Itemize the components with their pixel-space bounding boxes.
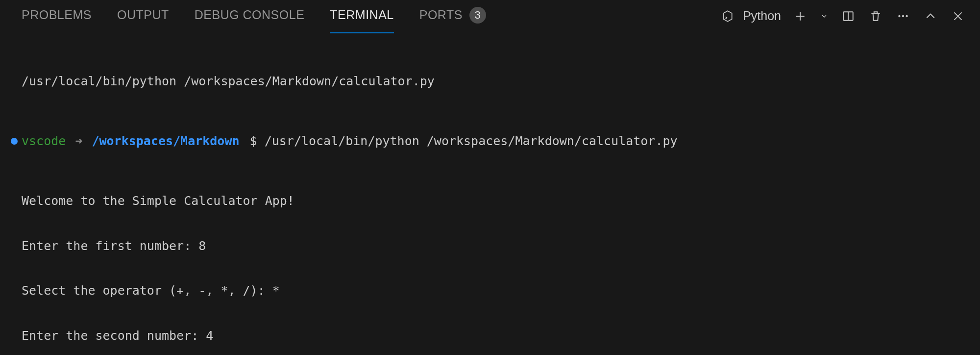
tab-debug-console[interactable]: DEBUG CONSOLE [195, 8, 305, 24]
prompt-command: /usr/local/bin/python /workspaces/Markdo… [265, 134, 678, 149]
launch-profile-button[interactable] [819, 8, 829, 25]
terminal-type-label: Python [743, 9, 781, 23]
svg-point-1 [898, 15, 900, 17]
tab-output-label: OUTPUT [117, 8, 169, 22]
new-terminal-button[interactable] [792, 8, 808, 25]
terminal-actions: Python [719, 8, 966, 25]
tab-debug-console-label: DEBUG CONSOLE [195, 8, 305, 22]
panel-tabs: PROBLEMS OUTPUT DEBUG CONSOLE TERMINAL P… [22, 7, 486, 25]
tab-problems[interactable]: PROBLEMS [22, 8, 92, 24]
prompt-arrow-icon: ➜ [66, 134, 92, 149]
close-panel-button[interactable] [950, 8, 966, 25]
terminal-output[interactable]: /usr/local/bin/python /workspaces/Markdo… [0, 32, 980, 355]
tab-ports-label: PORTS [419, 8, 463, 22]
terminal-line: Enter the second number: 4 [22, 329, 213, 344]
tab-terminal-label: TERMINAL [330, 8, 393, 22]
python-shell-icon [719, 8, 736, 25]
panel-header: PROBLEMS OUTPUT DEBUG CONSOLE TERMINAL P… [0, 0, 980, 32]
prompt-path: /workspaces/Markdown [92, 134, 239, 149]
kill-terminal-button[interactable] [867, 8, 884, 25]
tab-terminal[interactable]: TERMINAL [330, 8, 393, 24]
svg-point-3 [906, 15, 907, 17]
more-actions-button[interactable] [895, 8, 911, 25]
command-success-indicator-icon [11, 138, 18, 145]
split-terminal-button[interactable] [840, 8, 857, 25]
terminal-type[interactable]: Python [719, 8, 781, 25]
tab-ports[interactable]: PORTS 3 [419, 7, 486, 25]
terminal-line: /usr/local/bin/python /workspaces/Markdo… [22, 74, 435, 89]
terminal-line: Select the operator (+, -, *, /): * [22, 283, 280, 299]
maximize-panel-button[interactable] [922, 8, 939, 25]
svg-point-2 [902, 15, 904, 17]
tab-problems-label: PROBLEMS [22, 8, 92, 22]
terminal-line: Welcome to the Simple Calculator App! [22, 194, 294, 209]
terminal-line: Enter the first number: 8 [22, 239, 206, 254]
prompt-user: vscode [22, 134, 66, 149]
tab-output[interactable]: OUTPUT [117, 8, 169, 24]
ports-badge: 3 [469, 7, 486, 24]
prompt-sigil: $ [240, 134, 265, 149]
